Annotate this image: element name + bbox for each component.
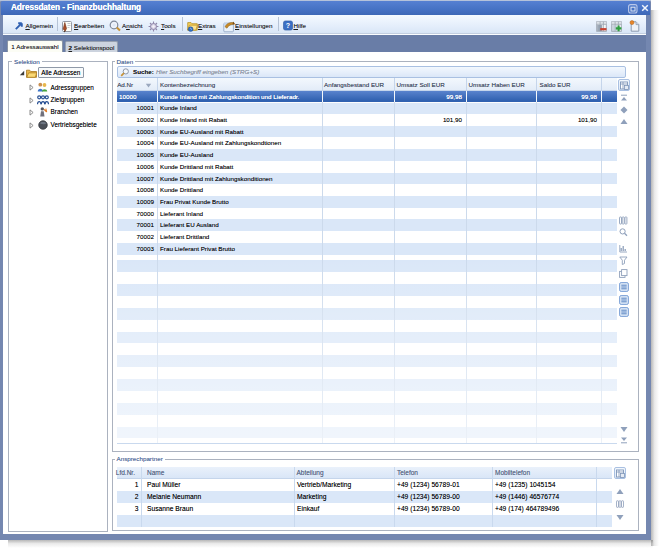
svg-text:?: ? xyxy=(285,22,289,30)
